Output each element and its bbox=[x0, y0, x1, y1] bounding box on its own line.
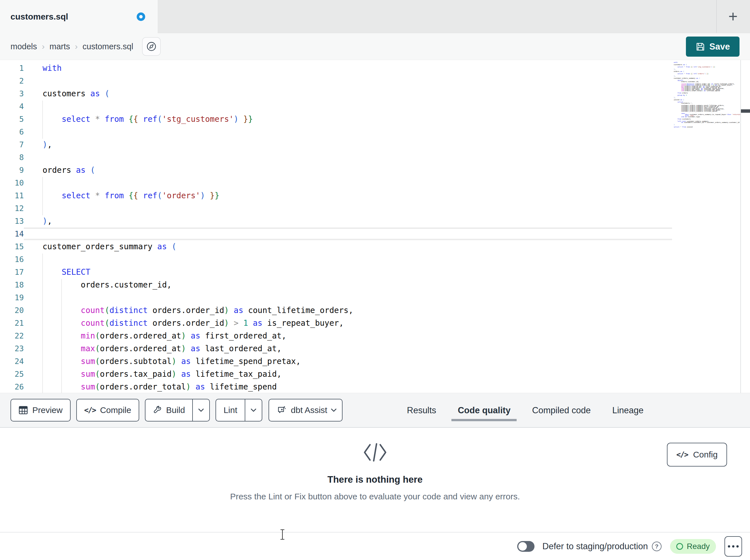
code-line-22[interactable]: 22 min(orders.ordered_at) as first_order… bbox=[0, 329, 672, 342]
code-line-16[interactable]: 16 bbox=[0, 253, 672, 266]
line-number: 11 bbox=[0, 189, 24, 202]
code-line-4[interactable]: 4 bbox=[0, 100, 672, 113]
chevron-down-icon bbox=[250, 408, 257, 412]
code-line-5[interactable]: 5 select * from {{ ref('stg_customers') … bbox=[0, 113, 672, 125]
code-line-15[interactable]: 15customer_orders_summary as ( bbox=[0, 240, 672, 253]
code-line-2[interactable]: 2 bbox=[0, 75, 672, 87]
tab-code-quality[interactable]: Code quality bbox=[449, 393, 519, 428]
code-line-17[interactable]: 17 SELECT bbox=[0, 266, 672, 278]
tab-lineage[interactable]: Lineage bbox=[604, 393, 652, 428]
code-line-25[interactable]: 25 sum(orders.tax_paid) as lifetime_tax_… bbox=[0, 368, 672, 380]
tab-customers-sql[interactable]: customers.sql bbox=[0, 0, 158, 33]
unsaved-indicator-icon bbox=[137, 13, 145, 21]
line-number: 9 bbox=[0, 164, 24, 177]
help-icon[interactable]: ? bbox=[652, 542, 662, 551]
build-dropdown[interactable] bbox=[192, 399, 209, 421]
tab-compiled-code[interactable]: Compiled code bbox=[524, 393, 599, 428]
config-label: Config bbox=[693, 450, 718, 459]
code-line-24[interactable]: 24 sum(orders.subtotal) as lifetime_spen… bbox=[0, 355, 672, 368]
code-line-12[interactable]: 12 bbox=[0, 202, 672, 215]
new-tab-button[interactable]: + bbox=[724, 7, 742, 25]
code-line-19[interactable]: 19 bbox=[0, 291, 672, 304]
compass-icon bbox=[146, 41, 157, 52]
dot-icon bbox=[732, 545, 734, 547]
status-badge: Ready bbox=[670, 539, 716, 554]
dbt-assist-button[interactable]: dbt Assist bbox=[269, 399, 342, 421]
code-line-13[interactable]: 13), bbox=[0, 215, 672, 227]
empty-state: There is nothing here Press the Lint or … bbox=[230, 442, 520, 501]
compile-button[interactable]: </> Compile bbox=[76, 399, 139, 421]
wrench-icon bbox=[153, 406, 162, 415]
defer-toggle[interactable] bbox=[517, 541, 534, 552]
breadcrumb-separator-icon: › bbox=[75, 42, 78, 51]
config-button[interactable]: </> Config bbox=[667, 443, 727, 466]
code-line-10[interactable]: 10 bbox=[0, 177, 672, 189]
code-line-8[interactable]: 8 bbox=[0, 151, 672, 164]
code-line-11[interactable]: 11 select * from {{ ref('orders') }} bbox=[0, 189, 672, 202]
minimap[interactable]: with customers as ( select * from {{ ref… bbox=[674, 62, 741, 192]
breadcrumb: models › marts › customers.sql bbox=[11, 33, 161, 60]
code-lines[interactable]: 1with23customers as (45 select * from {{… bbox=[0, 62, 672, 393]
breadcrumb-file: customers.sql bbox=[82, 42, 133, 51]
code-line-9[interactable]: 9orders as ( bbox=[0, 164, 672, 177]
table-icon bbox=[18, 406, 28, 415]
line-number: 25 bbox=[0, 368, 24, 380]
line-number: 7 bbox=[0, 138, 24, 151]
code-line-7[interactable]: 7), bbox=[0, 138, 672, 151]
build-button[interactable]: Build bbox=[145, 399, 210, 421]
lint-button[interactable]: Lint bbox=[216, 399, 262, 421]
dbt-ide-window: customers.sql + models › marts › custome… bbox=[0, 0, 750, 560]
tab-results[interactable]: Results bbox=[398, 393, 445, 428]
dot-icon bbox=[736, 545, 739, 547]
assist-label: dbt Assist bbox=[291, 405, 327, 415]
code-line-14[interactable]: 14 bbox=[0, 227, 672, 240]
line-number: 20 bbox=[0, 304, 24, 317]
code-line-23[interactable]: 23 max(orders.ordered_at) as last_ordere… bbox=[0, 342, 672, 355]
line-number: 16 bbox=[0, 253, 24, 266]
line-number: 4 bbox=[0, 100, 24, 113]
code-editor[interactable]: 1with23customers as (45 select * from {{… bbox=[0, 60, 750, 393]
result-tabs: Results Code quality Compiled code Linea… bbox=[398, 393, 652, 428]
line-number: 5 bbox=[0, 113, 24, 125]
ready-circle-icon bbox=[676, 543, 683, 550]
empty-state-title: There is nothing here bbox=[230, 474, 520, 485]
code-line-26[interactable]: 26 sum(orders.order_total) as lifetime_s… bbox=[0, 380, 672, 393]
code-line-21[interactable]: 21 count(distinct orders.order_id) > 1 a… bbox=[0, 317, 672, 329]
line-number: 12 bbox=[0, 202, 24, 215]
compile-label: Compile bbox=[100, 405, 131, 415]
build-label: Build bbox=[166, 405, 185, 415]
empty-state-message: Press the Lint or Fix button above to ev… bbox=[230, 492, 520, 501]
breadcrumb-separator-icon: › bbox=[42, 42, 45, 51]
line-number: 2 bbox=[0, 75, 24, 87]
code-quality-panel: There is nothing here Press the Lint or … bbox=[0, 428, 750, 532]
line-number: 23 bbox=[0, 342, 24, 355]
line-number: 14 bbox=[0, 227, 24, 240]
breadcrumb-models[interactable]: models bbox=[11, 42, 37, 51]
lint-dropdown[interactable] bbox=[245, 399, 262, 421]
line-number: 19 bbox=[0, 291, 24, 304]
tab-bar: customers.sql + bbox=[0, 0, 750, 33]
line-number: 10 bbox=[0, 177, 24, 189]
tab-title: customers.sql bbox=[11, 12, 68, 22]
code-brackets-icon: </> bbox=[84, 406, 96, 414]
assist-chat-sparkle-icon bbox=[276, 405, 287, 415]
dot-icon bbox=[728, 545, 730, 547]
code-line-3[interactable]: 3customers as ( bbox=[0, 87, 672, 100]
line-number: 21 bbox=[0, 317, 24, 329]
indent-guide bbox=[42, 253, 43, 394]
save-button[interactable]: Save bbox=[686, 37, 739, 57]
ready-label: Ready bbox=[687, 542, 710, 551]
code-line-6[interactable]: 6 bbox=[0, 125, 672, 138]
code-line-20[interactable]: 20 count(distinct orders.order_id) as co… bbox=[0, 304, 672, 317]
code-line-1[interactable]: 1with bbox=[0, 62, 672, 75]
assist-dropdown[interactable] bbox=[330, 399, 342, 421]
breadcrumb-marts[interactable]: marts bbox=[50, 42, 70, 51]
explore-compass-button[interactable] bbox=[142, 37, 161, 56]
indent-guide bbox=[42, 101, 43, 139]
overflow-menu-button[interactable] bbox=[725, 536, 742, 557]
preview-button[interactable]: Preview bbox=[11, 399, 71, 421]
scrollbar-thumb[interactable] bbox=[741, 109, 750, 113]
code-line-18[interactable]: 18 orders.customer_id, bbox=[0, 278, 672, 291]
line-number: 1 bbox=[0, 62, 24, 75]
line-number: 18 bbox=[0, 278, 24, 291]
